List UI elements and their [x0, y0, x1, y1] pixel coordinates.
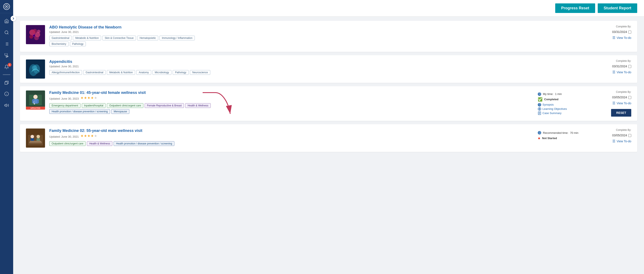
- card-right-appendicitis: Complete By: 03/31/2024 ☰ View To-do: [593, 60, 631, 74]
- tag-pathology-2[interactable]: Pathology: [173, 70, 188, 75]
- header: Progress Reset Student Report: [13, 0, 644, 16]
- list-icon-fm01: ☰: [612, 101, 615, 105]
- meta-time-fm02: ⓘ Recommended time: 70 min: [538, 131, 578, 134]
- case-tags-abo-row2: Biochemistry Pathology: [49, 42, 589, 46]
- svg-point-50: [36, 135, 40, 138]
- case-tags-appendicitis: Allergy/Immune/Infection Gastrointestina…: [49, 70, 589, 75]
- case-meta-fm02: ⓘ Recommended time: 70 min ● Not Started: [538, 131, 584, 140]
- case-title-abo[interactable]: ABO Hemolytic Disease of the Newborn: [49, 25, 589, 30]
- view-todo-abo[interactable]: ☰ View To-do: [612, 36, 631, 40]
- complete-by-date-appendicitis: 03/31/2024: [612, 64, 631, 68]
- case-info-appendicitis: Appendicitis Updated: June 30, 2021 Alle…: [49, 60, 589, 76]
- sidebar-item-list[interactable]: [0, 39, 13, 49]
- tag-skin-connective[interactable]: Skin & Connective Tissue: [102, 36, 136, 40]
- tag-hematopoietic[interactable]: Hematopoietic: [137, 36, 158, 40]
- case-tags-abo: Gastrointestinal Metabolic & Nutrition S…: [49, 36, 589, 40]
- reset-button-fm01[interactable]: RESET: [611, 109, 631, 116]
- sidebar-toggle[interactable]: [10, 16, 16, 21]
- calendar-icon-fm02[interactable]: [628, 134, 631, 137]
- tag-metabolic-nutrition[interactable]: Metabolic & Nutrition: [73, 36, 101, 40]
- case-thumbnail-appendicitis: [26, 60, 45, 78]
- synopsis-link[interactable]: ⓘ Synopsis: [538, 103, 567, 106]
- list-icon-abo: ☰: [612, 36, 615, 40]
- case-card-fm01: UPDATED Family Medicine 01: 45-year-old …: [20, 86, 637, 121]
- student-report-button[interactable]: Student Report: [598, 4, 637, 13]
- progress-reset-button[interactable]: Progress Reset: [555, 4, 595, 13]
- tag-emergency[interactable]: Emergency department: [49, 103, 80, 108]
- sidebar-item-buildings[interactable]: [0, 77, 13, 88]
- case-card-appendicitis: Appendicitis Updated: June 30, 2021 Alle…: [20, 55, 637, 83]
- case-updated-fm01: Updated: June 30, 2023: [49, 97, 79, 100]
- tag-allergy[interactable]: Allergy/Immune/Infection: [49, 70, 82, 75]
- learning-objectives-link[interactable]: Learning Objectives: [538, 107, 567, 111]
- my-time-label: My time:: [543, 92, 553, 96]
- tag-biochemistry[interactable]: Biochemistry: [49, 42, 68, 46]
- case-title-appendicitis[interactable]: Appendicitis: [49, 60, 589, 64]
- case-updated-abo: Updated: June 30, 2021: [49, 30, 589, 34]
- sidebar-item-megaphone[interactable]: [0, 100, 13, 111]
- tag-metabolic-2[interactable]: Metabolic & Nutrition: [107, 70, 135, 75]
- megaphone-icon: [4, 103, 9, 108]
- svg-rect-53: [30, 141, 41, 142]
- case-tags-fm02: Outpatient clinic/urgent care Health & W…: [49, 141, 534, 146]
- tag-neuroscience[interactable]: Neuroscience: [190, 70, 210, 75]
- tag-outpatient-fm02[interactable]: Outpatient clinic/urgent care: [49, 141, 86, 146]
- complete-by-abo: Complete By: 03/31/2024 ☰ View To-do: [593, 25, 631, 40]
- svg-point-34: [34, 103, 35, 104]
- meta-status-fm02: ● Not Started: [538, 136, 557, 140]
- tag-immunology[interactable]: Immunology / Inflammation: [160, 36, 195, 40]
- tag-female-reproductive[interactable]: Female Reproductive & Breast: [145, 103, 184, 108]
- sidebar-item-search[interactable]: [0, 27, 13, 38]
- view-todo-fm02[interactable]: ☰ View To-do: [612, 139, 631, 143]
- not-started-label: Not Started: [542, 136, 557, 140]
- clock-icon-fm02: ⓘ: [538, 131, 541, 134]
- view-todo-appendicitis[interactable]: ☰ View To-do: [612, 70, 631, 74]
- case-title-fm02[interactable]: Family Medicine 02: 55-year-old male wel…: [49, 128, 534, 133]
- not-started-icon: ●: [538, 136, 540, 140]
- case-title-fm01[interactable]: Family Medicine 01: 45-year-old female w…: [49, 90, 534, 95]
- list-icon: [4, 42, 9, 46]
- stars-fm02: ★★★★★: [80, 134, 97, 138]
- svg-line-3: [8, 33, 8, 34]
- svg-point-20: [29, 35, 33, 39]
- calendar-icon-appendicitis[interactable]: [628, 65, 631, 68]
- sidebar-item-notifications[interactable]: 1: [0, 62, 13, 72]
- view-todo-fm01[interactable]: ☰ View To-do: [612, 101, 631, 105]
- svg-point-37: [539, 108, 540, 110]
- calendar-icon-abo[interactable]: [628, 30, 631, 34]
- tag-menopause[interactable]: Menopause: [111, 109, 129, 114]
- sidebar-item-info[interactable]: [0, 88, 13, 99]
- tag-microbiology[interactable]: Microbiology: [152, 70, 172, 75]
- svg-point-23: [33, 35, 34, 36]
- home-icon: [4, 19, 9, 23]
- svg-point-2: [5, 31, 8, 34]
- tag-health-wellness-fm02[interactable]: Health & Wellness: [87, 141, 112, 146]
- card-right-fm01: ⓘ My time: 1 min ✅ Completed ⓘ Synopsis: [538, 90, 631, 116]
- tag-outpatient[interactable]: Outpatient clinic/urgent care: [107, 103, 143, 108]
- complete-by-appendicitis: Complete By: 03/31/2024 ☰ View To-do: [593, 60, 631, 74]
- case-summary-link[interactable]: Case Summary: [538, 112, 567, 115]
- tag-health-promotion[interactable]: Health promotion / disease prevention / …: [49, 109, 110, 114]
- completed-label: Completed: [544, 98, 558, 101]
- tag-health-promotion-fm02[interactable]: Health promotion / disease prevention / …: [114, 141, 174, 146]
- complete-by-fm02: Complete By: 03/05/2024 ☰ View To-do: [593, 128, 631, 143]
- tag-anatomy[interactable]: Anatomy: [136, 70, 151, 75]
- svg-point-1: [6, 6, 7, 7]
- sidebar-item-stethoscope[interactable]: [0, 50, 13, 61]
- tag-health-wellness[interactable]: Health & Wellness: [185, 103, 211, 108]
- recommended-time-label: Recommended time:: [543, 131, 568, 134]
- case-tags-fm01-row2: Health promotion / disease prevention / …: [49, 109, 534, 114]
- tag-pathology[interactable]: Pathology: [70, 42, 86, 46]
- sidebar-divider: [3, 74, 10, 75]
- case-card-abo: ABO Hemolytic Disease of the Newborn Upd…: [20, 21, 637, 52]
- case-updated-fm02: Updated: June 30, 2021: [49, 135, 79, 138]
- case-thumbnail-fm01: UPDATED: [26, 90, 45, 110]
- tag-inpatient[interactable]: Inpatient/hospital: [82, 103, 106, 108]
- tag-gastrointestinal[interactable]: Gastrointestinal: [49, 36, 72, 40]
- svg-rect-32: [32, 100, 34, 103]
- synopsis-icon: ⓘ: [538, 103, 541, 106]
- meta-time-fm01: ⓘ My time: 1 min: [538, 92, 562, 96]
- case-info-abo: ABO Hemolytic Disease of the Newborn Upd…: [49, 25, 589, 48]
- calendar-icon-fm01[interactable]: [628, 96, 631, 99]
- tag-gastrointestinal-2[interactable]: Gastrointestinal: [83, 70, 106, 75]
